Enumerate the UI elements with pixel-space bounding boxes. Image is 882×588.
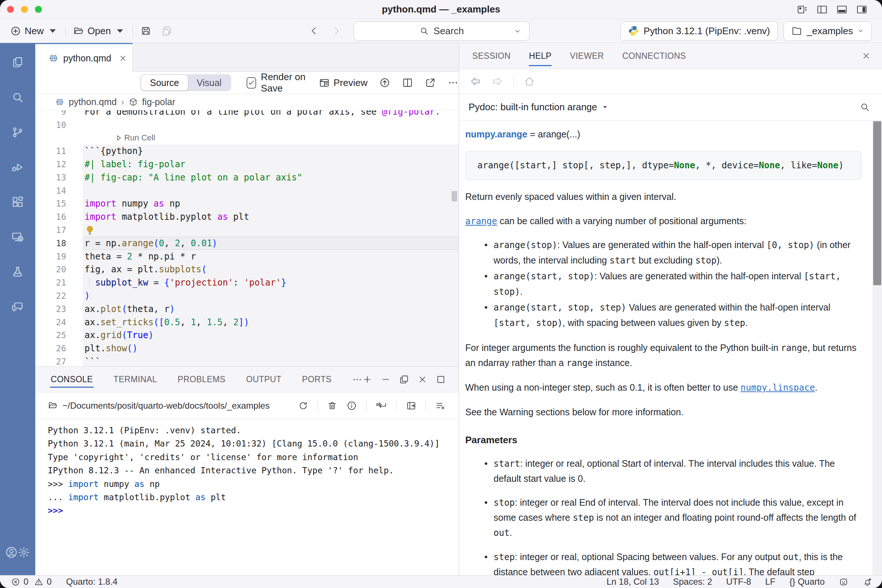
layout-secondary-sidebar-icon[interactable] (856, 4, 867, 15)
console-tab-terminal[interactable]: TERMINAL (114, 367, 157, 392)
workspace-button[interactable]: _examples (783, 21, 872, 41)
close-panel-icon[interactable] (861, 51, 871, 61)
activity-extensions-icon[interactable] (11, 196, 24, 208)
close-window-button[interactable] (7, 6, 14, 13)
help-forward-icon[interactable] (491, 75, 504, 87)
console-output[interactable]: Python 3.12.1 (PipEnv: .venv) started.Py… (35, 419, 459, 574)
check-icon (248, 79, 255, 87)
activity-files-icon[interactable] (11, 56, 24, 69)
activity-account-icon[interactable] (5, 546, 18, 559)
code-editor[interactable]: 9For a demonstration of a line plot on a… (35, 110, 459, 366)
save-all-icon[interactable] (161, 25, 173, 37)
indentation[interactable]: Spaces: 2 (673, 577, 712, 587)
minimize-panel-icon[interactable] (381, 375, 391, 384)
eol-sequence[interactable]: LF (765, 577, 776, 587)
code-line: 18r = np.arange(0, 2, 0.01) (35, 237, 459, 250)
restore-panel-icon[interactable] (399, 375, 409, 384)
render-on-save-checkbox[interactable] (247, 77, 256, 88)
help-back-icon[interactable] (469, 75, 482, 87)
new-console-icon[interactable] (362, 375, 372, 384)
open-external-icon[interactable] (425, 77, 436, 88)
search-box[interactable]: Search (354, 21, 530, 41)
errors-icon[interactable] (11, 578, 20, 586)
more-tabs-icon[interactable] (352, 375, 362, 385)
line-number: 27 (35, 357, 66, 366)
breadcrumb-symbol[interactable]: fig-polar (142, 97, 175, 107)
working-directory-icon[interactable] (48, 400, 58, 411)
forward-icon[interactable] (332, 26, 342, 36)
split-editor-icon[interactable] (402, 77, 413, 88)
activity-source-control-icon[interactable] (11, 126, 24, 138)
notifications-icon[interactable] (862, 577, 873, 587)
interpreter-button[interactable]: Python 3.12.1 (PipEnv: .venv) (620, 21, 778, 41)
maximize-window-button[interactable] (35, 6, 42, 13)
minimize-window-button[interactable] (21, 6, 28, 13)
source-mode-button[interactable]: Source (141, 75, 188, 90)
console-line: IPython 8.12.3 -- An enhanced Interactiv… (48, 464, 459, 477)
help-doc-title[interactable]: Pydoc: built-in function arange (469, 101, 597, 113)
close-tab-icon[interactable] (119, 54, 127, 63)
open-button[interactable]: Open (73, 26, 125, 37)
clear-console-icon[interactable] (435, 400, 446, 411)
editor-scrollbar[interactable] (452, 191, 457, 201)
preview-button[interactable]: Preview (319, 77, 368, 88)
feedback-icon[interactable] (838, 577, 849, 587)
line-number: 16 (35, 212, 66, 222)
editor-tabbar: python.qmd (35, 43, 459, 72)
help-home-icon[interactable] (524, 76, 535, 87)
panel-tab-viewer[interactable]: VIEWER (570, 43, 604, 69)
back-icon[interactable] (309, 26, 319, 36)
run-cell-button[interactable]: Run Cell (116, 133, 155, 142)
language-mode[interactable]: {} Quarto (789, 577, 825, 587)
new-button[interactable]: New (10, 26, 58, 37)
activity-debug-icon[interactable] (11, 161, 24, 174)
activity-sessions-icon[interactable] (11, 231, 24, 243)
warning-count[interactable]: 0 (46, 577, 51, 587)
help-navigation (459, 69, 882, 94)
restart-console-icon[interactable] (298, 400, 308, 411)
help-list-item: arange(start, stop): Values are generate… (465, 268, 861, 300)
panel-tab-connections[interactable]: CONNECTIONS (622, 43, 686, 69)
activity-testing-icon[interactable] (11, 266, 24, 278)
render-icon[interactable] (379, 77, 390, 88)
help-search-icon[interactable] (860, 102, 870, 112)
encoding[interactable]: UTF-8 (726, 577, 751, 587)
console-tab-console[interactable]: CONSOLE (51, 367, 93, 392)
status-bar: 0 0 Quarto: 1.8.4 Ln 18, Col 13 Spaces: … (0, 575, 882, 588)
rename-icon[interactable]: ab (376, 400, 387, 411)
help-scrollbar-thumb[interactable] (873, 121, 881, 285)
console-tab-ports[interactable]: PORTS (302, 367, 332, 392)
console-tab-output[interactable]: OUTPUT (246, 367, 282, 392)
panel-tab-session[interactable]: SESSION (472, 43, 510, 69)
error-count[interactable]: 0 (24, 577, 28, 587)
layout-customize-icon[interactable] (797, 4, 808, 15)
delete-console-icon[interactable] (327, 400, 338, 411)
help-paragraph: arange can be called with a varying numb… (465, 213, 861, 229)
maximize-panel-icon[interactable] (436, 375, 446, 384)
activity-settings-icon[interactable] (18, 546, 30, 559)
save-icon[interactable] (140, 26, 152, 36)
help-scrollbar-track[interactable] (873, 120, 882, 575)
chevron-down-icon[interactable] (602, 104, 608, 110)
preview-icon (319, 78, 330, 88)
chevron-down-icon[interactable] (514, 28, 521, 35)
workspace-label: _examples (807, 26, 853, 37)
activity-search-icon[interactable] (11, 91, 24, 104)
move-to-editor-icon[interactable] (406, 400, 416, 411)
quick-fix-lightbulb-icon[interactable] (84, 225, 95, 236)
info-icon[interactable] (346, 400, 357, 411)
working-directory-path[interactable]: ~/Documents/posit/quarto-web/docs/tools/… (63, 400, 270, 411)
more-actions-icon[interactable] (448, 77, 459, 88)
close-panel-icon[interactable] (417, 375, 428, 384)
layout-split-icon[interactable] (817, 4, 828, 15)
visual-mode-button[interactable]: Visual (188, 75, 230, 90)
console-tab-problems[interactable]: PROBLEMS (177, 367, 225, 392)
warnings-icon[interactable] (34, 578, 44, 586)
tab-python-qmd[interactable]: python.qmd (35, 43, 133, 72)
layout-panel-icon[interactable] (836, 4, 848, 15)
breadcrumb-file[interactable]: python.qmd (69, 97, 117, 107)
activity-comments-icon[interactable] (11, 301, 24, 313)
cursor-position[interactable]: Ln 18, Col 13 (606, 577, 659, 587)
panel-tab-help[interactable]: HELP (529, 43, 551, 69)
quarto-version[interactable]: Quarto: 1.8.4 (66, 577, 118, 587)
